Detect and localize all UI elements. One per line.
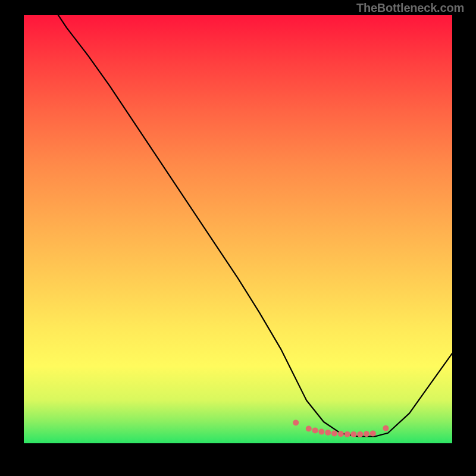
background-gradient <box>24 15 452 443</box>
plot-area <box>24 15 452 443</box>
chart-frame: TheBottleneck.com <box>0 0 476 476</box>
watermark-text: TheBottleneck.com <box>356 1 464 15</box>
